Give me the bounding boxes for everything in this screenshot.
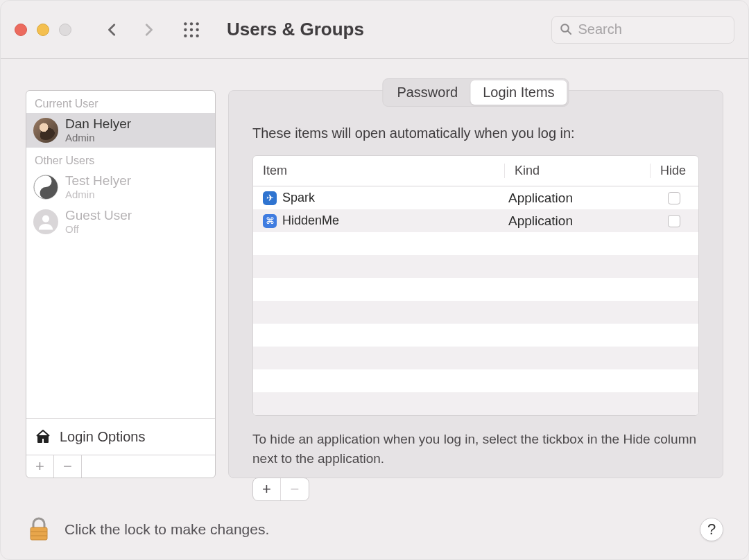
svg-point-6 — [184, 34, 187, 37]
hide-note: To hide an application when you log in, … — [252, 430, 699, 468]
svg-point-14 — [42, 215, 49, 222]
login-item-plus-minus: + − — [252, 478, 309, 501]
login-items-table: Item Kind Hide ✈SparkApplication⌘HiddenM… — [252, 155, 699, 416]
zoom-window-button[interactable] — [59, 24, 71, 36]
close-window-button[interactable] — [15, 24, 27, 36]
col-item[interactable]: Item — [253, 164, 504, 178]
avatar — [33, 209, 58, 234]
table-header: Item Kind Hide — [253, 156, 698, 186]
lock-icon[interactable] — [26, 516, 52, 543]
user-role: Off — [65, 223, 132, 235]
help-button[interactable]: ? — [700, 518, 723, 541]
avatar — [33, 118, 58, 143]
svg-point-5 — [196, 28, 199, 30]
sidebar-user-current[interactable]: Dan Helyer Admin — [26, 113, 215, 148]
svg-point-2 — [196, 22, 199, 25]
remove-login-item-button[interactable]: − — [281, 478, 309, 500]
col-hide[interactable]: Hide — [650, 164, 698, 178]
toolbar: Users & Groups — [1, 1, 748, 59]
table-row — [253, 347, 698, 369]
page-title: Users & Groups — [227, 19, 364, 40]
back-button[interactable] — [105, 22, 120, 37]
login-options-button[interactable]: Login Options — [26, 418, 215, 455]
tab-bar: Password Login Items — [382, 78, 569, 107]
current-user-header: Current User — [26, 91, 215, 113]
col-kind[interactable]: Kind — [504, 164, 650, 178]
user-sidebar: Current User Dan Helyer Admin Other User… — [26, 90, 216, 478]
login-items-intro: These items will open automatically when… — [252, 125, 699, 141]
show-all-prefs-button[interactable] — [182, 21, 200, 39]
svg-rect-15 — [31, 527, 47, 540]
search-field[interactable] — [551, 16, 734, 44]
table-row — [253, 324, 698, 347]
user-name: Guest User — [65, 209, 132, 223]
search-icon — [559, 22, 573, 37]
user-name: Test Helyer — [65, 174, 131, 189]
tab-password[interactable]: Password — [384, 80, 470, 105]
app-icon: ⌘ — [263, 214, 277, 228]
svg-line-10 — [568, 30, 571, 33]
user-role: Admin — [65, 189, 131, 200]
svg-point-1 — [190, 22, 193, 25]
item-name: HiddenMe — [282, 213, 339, 228]
avatar — [33, 175, 58, 200]
user-role: Admin — [65, 132, 131, 143]
svg-point-4 — [190, 28, 193, 30]
main-panel: Password Login Items These items will op… — [228, 90, 723, 478]
table-row[interactable]: ✈SparkApplication — [253, 186, 698, 209]
lock-text: Click the lock to make changes. — [64, 521, 269, 538]
item-name: Spark — [282, 191, 315, 205]
sidebar-user-other[interactable]: Test Helyer Admin — [26, 170, 215, 204]
svg-point-3 — [184, 28, 187, 30]
user-name: Dan Helyer — [65, 117, 131, 132]
table-row — [253, 278, 698, 301]
item-kind: Application — [504, 213, 650, 229]
user-plus-minus: + − — [26, 455, 215, 478]
svg-point-7 — [190, 34, 193, 37]
add-login-item-button[interactable]: + — [253, 478, 281, 500]
app-icon: ✈ — [263, 191, 277, 205]
tab-login-items[interactable]: Login Items — [470, 80, 567, 105]
table-row — [253, 392, 698, 415]
item-kind: Application — [504, 191, 650, 206]
table-row[interactable]: ⌘HiddenMeApplication — [253, 209, 698, 232]
home-icon — [35, 428, 51, 445]
forward-button[interactable] — [141, 22, 156, 37]
svg-point-13 — [44, 191, 47, 194]
window-controls — [15, 24, 71, 36]
remove-user-button[interactable]: − — [54, 455, 82, 478]
table-row — [253, 255, 698, 278]
sidebar-user-guest[interactable]: Guest User Off — [26, 204, 215, 239]
minimize-window-button[interactable] — [37, 24, 49, 36]
add-user-button[interactable]: + — [26, 455, 54, 478]
other-users-header: Other Users — [26, 148, 215, 170]
search-input[interactable] — [578, 21, 728, 37]
login-options-label: Login Options — [60, 429, 145, 445]
hide-checkbox[interactable] — [668, 192, 680, 204]
hide-checkbox[interactable] — [668, 215, 680, 227]
nav-arrows — [105, 22, 156, 37]
svg-point-0 — [184, 22, 187, 25]
table-row — [253, 232, 698, 255]
table-row — [253, 301, 698, 324]
table-row — [253, 369, 698, 392]
svg-point-8 — [196, 34, 199, 37]
lock-row: Click the lock to make changes. ? — [26, 516, 723, 543]
svg-point-12 — [44, 180, 47, 182]
